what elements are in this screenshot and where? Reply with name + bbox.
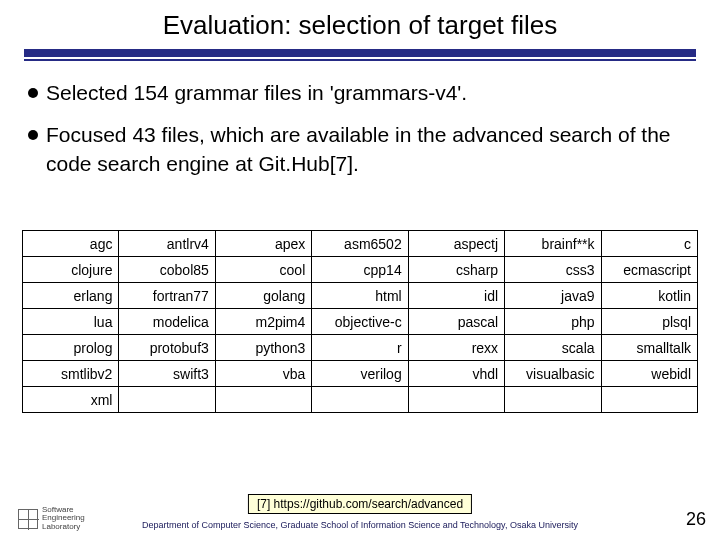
table-cell: vba: [215, 361, 311, 387]
table-cell: apex: [215, 231, 311, 257]
table-cell: asm6502: [312, 231, 408, 257]
grammar-table: agcantlrv4apexasm6502aspectjbrainf**kccl…: [22, 230, 698, 413]
table-cell: protobuf3: [119, 335, 215, 361]
bullet-icon: [28, 130, 38, 140]
table-row: erlangfortran77golanghtmlidljava9kotlin: [23, 283, 698, 309]
table-cell: smtlibv2: [23, 361, 119, 387]
table-cell: python3: [215, 335, 311, 361]
table-cell: golang: [215, 283, 311, 309]
table-cell: [119, 387, 215, 413]
bullet-list: Selected 154 grammar files in 'grammars-…: [0, 61, 720, 202]
table-cell: plsql: [601, 309, 697, 335]
reference-box: [7] https://github.com/search/advanced: [248, 494, 472, 514]
table-row: agcantlrv4apexasm6502aspectjbrainf**kc: [23, 231, 698, 257]
table-cell: xml: [23, 387, 119, 413]
table-cell: m2pim4: [215, 309, 311, 335]
table-cell: [505, 387, 601, 413]
table-cell: vhdl: [408, 361, 504, 387]
table-cell: csharp: [408, 257, 504, 283]
table-cell: rexx: [408, 335, 504, 361]
table-cell: php: [505, 309, 601, 335]
table-cell: java9: [505, 283, 601, 309]
table-cell: r: [312, 335, 408, 361]
table-row: clojurecobol85coolcpp14csharpcss3ecmascr…: [23, 257, 698, 283]
lab-logo-text: SoftwareEngineeringLaboratory: [42, 506, 85, 532]
table-cell: smalltalk: [601, 335, 697, 361]
affiliation-text: Department of Computer Science, Graduate…: [142, 520, 578, 530]
table-cell: verilog: [312, 361, 408, 387]
page-number: 26: [686, 509, 706, 530]
table-cell: lua: [23, 309, 119, 335]
table-row: smtlibv2swift3vbaverilogvhdlvisualbasicw…: [23, 361, 698, 387]
table-cell: agc: [23, 231, 119, 257]
table-cell: kotlin: [601, 283, 697, 309]
table-cell: webidl: [601, 361, 697, 387]
bullet-text: Selected 154 grammar files in 'grammars-…: [46, 79, 690, 107]
table-cell: [601, 387, 697, 413]
table-row: luamodelicam2pim4objective-cpascalphppls…: [23, 309, 698, 335]
table-cell: brainf**k: [505, 231, 601, 257]
table-cell: [408, 387, 504, 413]
table-cell: idl: [408, 283, 504, 309]
table-cell: clojure: [23, 257, 119, 283]
table-cell: visualbasic: [505, 361, 601, 387]
table-cell: pascal: [408, 309, 504, 335]
table-cell: [312, 387, 408, 413]
table-cell: scala: [505, 335, 601, 361]
title-rule-thick: [24, 49, 696, 57]
table-cell: objective-c: [312, 309, 408, 335]
lab-logo: SoftwareEngineeringLaboratory: [18, 506, 85, 532]
bullet-item: Selected 154 grammar files in 'grammars-…: [28, 79, 690, 107]
table-cell: html: [312, 283, 408, 309]
table-cell: cool: [215, 257, 311, 283]
table-row: xml: [23, 387, 698, 413]
table-cell: prolog: [23, 335, 119, 361]
table-cell: fortran77: [119, 283, 215, 309]
table-row: prologprotobuf3python3rrexxscalasmalltal…: [23, 335, 698, 361]
table-cell: css3: [505, 257, 601, 283]
bullet-text: Focused 43 files, which are available in…: [46, 121, 690, 178]
table-cell: antlrv4: [119, 231, 215, 257]
table-cell: ecmascript: [601, 257, 697, 283]
table-cell: aspectj: [408, 231, 504, 257]
bullet-item: Focused 43 files, which are available in…: [28, 121, 690, 178]
table-cell: c: [601, 231, 697, 257]
table-cell: erlang: [23, 283, 119, 309]
table-cell: modelica: [119, 309, 215, 335]
lab-logo-icon: [18, 509, 38, 529]
table-cell: [215, 387, 311, 413]
table-cell: cobol85: [119, 257, 215, 283]
table-cell: swift3: [119, 361, 215, 387]
bullet-icon: [28, 88, 38, 98]
table-cell: cpp14: [312, 257, 408, 283]
slide-title: Evaluation: selection of target files: [20, 10, 700, 49]
